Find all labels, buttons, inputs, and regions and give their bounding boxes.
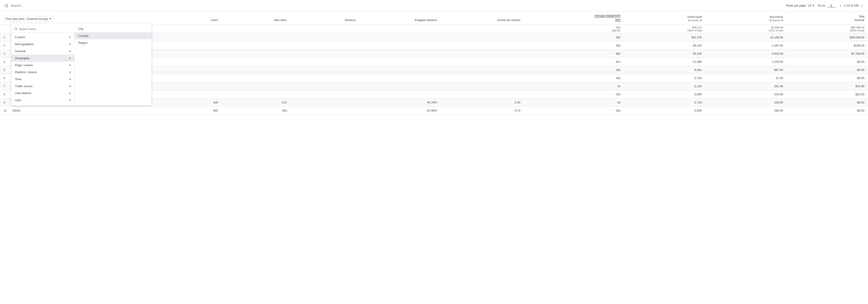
dropdown-menu-item[interactable]: Geography [11,55,74,62]
row-num: 6 [0,74,9,82]
row-new-users [222,50,290,58]
summary-avg-engage: 35s [528,26,620,29]
row-num: 4 [0,58,9,66]
row-key-events: 16,139.00 [706,33,787,41]
row-key-events: 987.00 [706,66,787,74]
row-key-events: 37.00 [706,74,787,82]
row-num: 1 [0,33,9,41]
row-key-events: 3,916.00 [706,50,787,58]
row-new-users [222,74,290,82]
col-header-total-revenue: Total revenue [786,11,868,25]
event-count-filter[interactable]: All events [688,19,702,22]
row-new-users [222,66,290,74]
row-users [159,90,222,99]
summary-key-events: 31,584.00 [709,26,783,29]
chevron-right-icon [70,64,71,66]
row-users [159,41,222,50]
app-container: Rows per page: 10 Go to: ‹ 1-10 of 330 › [0,0,868,115]
dropdown-menu-item[interactable]: Page / screen [11,62,74,69]
row-event-count: 2,703 [624,74,706,82]
row-num: 10 [0,107,9,115]
row-engage-rate [359,74,440,82]
col-header-key-events: Key events All events [706,11,787,25]
top-bar: Rows per page: 10 Go to: ‹ 1-10 of 330 › [0,0,868,11]
row-event-count: 6,946 [624,107,706,115]
svg-point-0 [5,4,8,7]
pagination-area: Rows per page: 10 Go to: ‹ 1-10 of 330 › [786,3,864,8]
rows-per-page-select[interactable]: 10 [808,4,814,7]
row-sessions [290,99,359,107]
key-events-filter[interactable]: All events [770,19,783,22]
row-sessions [290,58,359,66]
row-num: 3 [0,50,9,58]
global-search-input[interactable] [11,4,79,7]
dropdown-menu-item[interactable]: Traffic source [11,83,74,90]
dropdown-menu-item[interactable]: User lifetime [11,90,74,97]
row-engage-rate [359,90,440,99]
rows-per-page-label: Rows per page: 10 [786,4,814,7]
row-total-revenue: $7,769.00 [786,50,868,58]
row-event-count: 9,461 [624,66,706,74]
row-events-per [440,90,524,99]
row-engage-rate [359,50,440,58]
row-events-per [440,74,524,82]
row-event-count: 302,276 [624,33,706,41]
row-new-users [222,41,290,50]
row-event-count: 5,069 [624,90,706,99]
dimension-selector[interactable]: First user prim...Channel Group) [4,16,53,22]
row-new-users [222,58,290,66]
row-users: 402 [159,107,222,115]
dropdown-search-input[interactable] [19,27,72,31]
dropdown-menu-item[interactable]: Time [11,76,74,83]
row-avg-engage: 41s [524,58,624,66]
chevron-right-icon [70,86,71,87]
row-events-per [440,50,524,58]
svg-line-3 [16,30,17,30]
dropdown-menu-item[interactable]: User [11,97,74,104]
search-icon [4,4,8,8]
main-content: First user prim...Channel Group) Users N… [0,11,868,115]
dropdown-search-icon [14,27,18,31]
chevron-right-icon [70,36,71,38]
row-engage-rate: 46.19% [359,99,440,107]
dropdown-menu-item[interactable]: General [11,48,74,55]
row-users [159,33,222,41]
row-engage-rate [359,58,440,66]
dropdown-menu-item[interactable]: Platform / device [11,69,74,76]
dropdown-sub-item[interactable]: Region [74,39,151,46]
row-total-revenue: $0.00 [786,107,868,115]
row-sessions [290,107,359,115]
dropdown-sub-item[interactable]: Country [74,32,151,39]
row-engage-rate [359,82,440,90]
row-avg-engage: 2s [524,82,624,90]
page-range: ‹ 1-10 of 330 › [839,3,864,8]
row-avg-engage: 23s [524,41,624,50]
dropdown-menu-item[interactable]: Demographics [11,41,74,48]
row-users [159,50,222,58]
chevron-right-icon [70,57,71,59]
row-events-per [440,82,524,90]
row-num: 7 [0,82,9,90]
chevron-right-icon [70,99,71,101]
col-header-events-per: Events per session [440,11,524,25]
table-row: 10 Direct 402 350 52.08% 0.74 52s 6,946 … [0,107,868,115]
dropdown-menu-item[interactable]: Custom [11,34,74,41]
row-key-events: 1,276.00 [706,58,787,66]
row-total-revenue: $0.00 [786,74,868,82]
dropdown-sub-item[interactable]: City [74,25,151,32]
row-total-revenue: $72.80 [786,82,868,90]
row-avg-engage: 23s [524,90,624,99]
row-events-per: 0.74 [440,107,524,115]
row-num: 2 [0,41,9,50]
row-sessions [290,66,359,74]
row-events-per [440,33,524,41]
go-to-area: Go to: [818,4,835,7]
prev-page-button[interactable]: ‹ [839,3,842,8]
next-page-button[interactable]: › [861,3,864,8]
row-users [159,82,222,90]
summary-event-count: 504,111 [628,26,702,29]
dropdown-search-area [11,25,74,33]
go-to-input[interactable] [827,4,835,7]
row-avg-engage: 52s [524,107,624,115]
row-engage-rate [359,33,440,41]
